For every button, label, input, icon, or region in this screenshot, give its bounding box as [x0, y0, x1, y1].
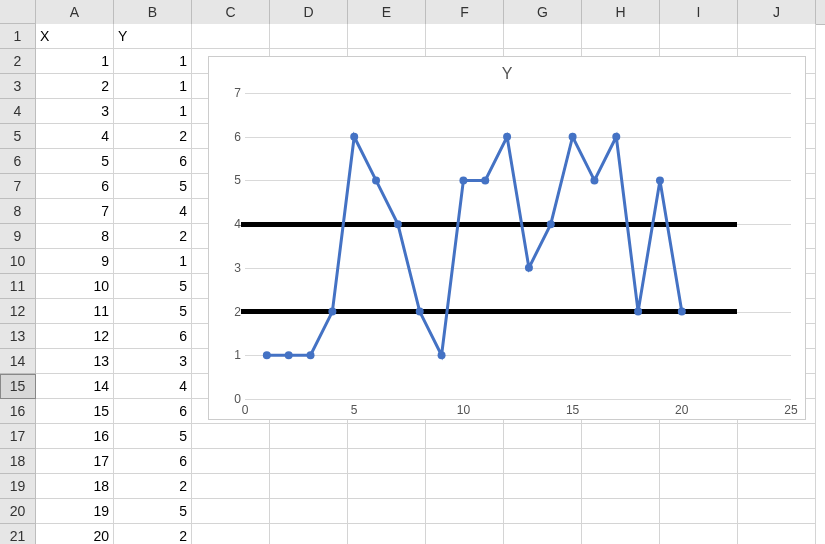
- cell[interactable]: 18: [36, 474, 114, 499]
- cell[interactable]: [660, 499, 738, 524]
- cell[interactable]: 13: [36, 349, 114, 374]
- row-header[interactable]: 19: [0, 474, 36, 499]
- cell[interactable]: [348, 449, 426, 474]
- cell[interactable]: X: [36, 24, 114, 49]
- cell[interactable]: 4: [114, 374, 192, 399]
- select-all-corner[interactable]: [0, 0, 36, 24]
- cell[interactable]: [426, 24, 504, 49]
- cell[interactable]: [426, 424, 504, 449]
- cell[interactable]: [582, 499, 660, 524]
- col-header-C[interactable]: C: [192, 0, 270, 24]
- cell[interactable]: [504, 24, 582, 49]
- row-header[interactable]: 5: [0, 124, 36, 149]
- cell[interactable]: 6: [114, 449, 192, 474]
- row-header[interactable]: 13: [0, 324, 36, 349]
- cell[interactable]: 16: [36, 424, 114, 449]
- col-header-G[interactable]: G: [504, 0, 582, 24]
- cell[interactable]: 8: [36, 224, 114, 249]
- cell[interactable]: [504, 449, 582, 474]
- cell[interactable]: [270, 449, 348, 474]
- row-header[interactable]: 9: [0, 224, 36, 249]
- cell[interactable]: [192, 449, 270, 474]
- cell[interactable]: [660, 24, 738, 49]
- cell[interactable]: [504, 424, 582, 449]
- cell[interactable]: [660, 524, 738, 544]
- cell[interactable]: [582, 424, 660, 449]
- cell[interactable]: 5: [114, 424, 192, 449]
- cell[interactable]: 12: [36, 324, 114, 349]
- cell[interactable]: [426, 499, 504, 524]
- cell[interactable]: 5: [114, 174, 192, 199]
- cell[interactable]: [582, 524, 660, 544]
- row-header[interactable]: 14: [0, 349, 36, 374]
- cell[interactable]: [738, 524, 816, 544]
- col-header-E[interactable]: E: [348, 0, 426, 24]
- cell[interactable]: 9: [36, 249, 114, 274]
- cell[interactable]: 11: [36, 299, 114, 324]
- row-header[interactable]: 8: [0, 199, 36, 224]
- row-header[interactable]: 20: [0, 499, 36, 524]
- cell[interactable]: [504, 499, 582, 524]
- cell[interactable]: 2: [114, 474, 192, 499]
- cell[interactable]: [738, 499, 816, 524]
- cell[interactable]: 1: [36, 49, 114, 74]
- row-header[interactable]: 17: [0, 424, 36, 449]
- cell[interactable]: [582, 24, 660, 49]
- col-header-J[interactable]: J: [738, 0, 816, 24]
- cell[interactable]: [348, 424, 426, 449]
- cell[interactable]: [192, 474, 270, 499]
- row-header[interactable]: 15: [0, 374, 36, 399]
- cell[interactable]: [738, 474, 816, 499]
- col-header-H[interactable]: H: [582, 0, 660, 24]
- row-header[interactable]: 16: [0, 399, 36, 424]
- col-header-A[interactable]: A: [36, 0, 114, 24]
- cell[interactable]: [660, 449, 738, 474]
- cell[interactable]: [348, 524, 426, 544]
- row-header[interactable]: 2: [0, 49, 36, 74]
- row-header[interactable]: 4: [0, 99, 36, 124]
- cell[interactable]: 6: [114, 324, 192, 349]
- cell[interactable]: 1: [114, 49, 192, 74]
- row-header[interactable]: 12: [0, 299, 36, 324]
- cell[interactable]: [738, 24, 816, 49]
- row-header[interactable]: 21: [0, 524, 36, 544]
- cell[interactable]: 14: [36, 374, 114, 399]
- cell[interactable]: 1: [114, 74, 192, 99]
- cell[interactable]: [426, 449, 504, 474]
- col-header-I[interactable]: I: [660, 0, 738, 24]
- cell[interactable]: [348, 24, 426, 49]
- cell[interactable]: 2: [114, 524, 192, 544]
- cell[interactable]: 1: [114, 249, 192, 274]
- cell[interactable]: 5: [114, 299, 192, 324]
- cell[interactable]: 6: [114, 399, 192, 424]
- cell[interactable]: 2: [114, 224, 192, 249]
- cell[interactable]: 2: [36, 74, 114, 99]
- cell[interactable]: [738, 424, 816, 449]
- row-header[interactable]: 1: [0, 24, 36, 49]
- cell[interactable]: 6: [114, 149, 192, 174]
- cell[interactable]: [270, 524, 348, 544]
- row-header[interactable]: 6: [0, 149, 36, 174]
- col-header-B[interactable]: B: [114, 0, 192, 24]
- cell[interactable]: 7: [36, 199, 114, 224]
- cell[interactable]: [582, 474, 660, 499]
- cell[interactable]: [192, 499, 270, 524]
- cell[interactable]: 4: [114, 199, 192, 224]
- cell[interactable]: 17: [36, 449, 114, 474]
- cell[interactable]: [504, 524, 582, 544]
- cell[interactable]: [270, 424, 348, 449]
- cell[interactable]: [582, 449, 660, 474]
- cell[interactable]: [270, 499, 348, 524]
- cell[interactable]: 5: [36, 149, 114, 174]
- cell[interactable]: [270, 474, 348, 499]
- cell[interactable]: 3: [36, 99, 114, 124]
- cell[interactable]: 2: [114, 124, 192, 149]
- embedded-chart[interactable]: Y 012345670510152025: [208, 56, 806, 420]
- row-header[interactable]: 11: [0, 274, 36, 299]
- row-header[interactable]: 3: [0, 74, 36, 99]
- cell[interactable]: [504, 474, 582, 499]
- cell[interactable]: [426, 474, 504, 499]
- cell[interactable]: 6: [36, 174, 114, 199]
- cell[interactable]: 19: [36, 499, 114, 524]
- cell[interactable]: [192, 24, 270, 49]
